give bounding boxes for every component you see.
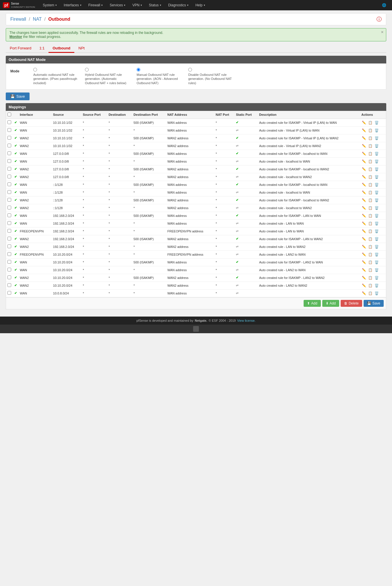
- copy-icon[interactable]: 📋: [368, 128, 373, 133]
- copy-icon[interactable]: 📋: [368, 159, 373, 164]
- row-checkbox[interactable]: [7, 268, 11, 271]
- copy-icon[interactable]: 📋: [368, 229, 373, 234]
- help-icon[interactable]: ⓘ: [377, 16, 382, 23]
- breadcrumb-nat[interactable]: NAT: [33, 17, 42, 22]
- copy-icon[interactable]: 📋: [368, 291, 373, 296]
- delete-icon[interactable]: 🗑️: [374, 291, 379, 296]
- edit-icon[interactable]: ✏️: [361, 221, 367, 226]
- delete-icon[interactable]: 🗑️: [374, 267, 379, 273]
- row-checkbox[interactable]: [7, 175, 11, 178]
- navbar-globe-icon[interactable]: 🌐: [379, 3, 389, 7]
- delete-icon[interactable]: 🗑️: [374, 260, 379, 265]
- mode-manual-radio[interactable]: [137, 68, 140, 72]
- copy-icon[interactable]: 📋: [368, 252, 373, 257]
- delete-icon[interactable]: 🗑️: [374, 128, 379, 133]
- select-all-checkbox[interactable]: [7, 113, 11, 116]
- copy-icon[interactable]: 📋: [368, 267, 373, 273]
- footer-license-link[interactable]: View license.: [237, 319, 255, 322]
- edit-icon[interactable]: ✏️: [361, 174, 367, 180]
- row-checkbox[interactable]: [7, 260, 11, 264]
- edit-icon[interactable]: ✏️: [361, 267, 367, 273]
- row-checkbox[interactable]: [7, 198, 11, 202]
- tab-1to1[interactable]: 1:1: [35, 44, 48, 52]
- brand[interactable]: pf SenseCOMMUNITY EDITION: [3, 2, 35, 9]
- delete-icon[interactable]: 🗑️: [374, 221, 379, 226]
- copy-icon[interactable]: 📋: [368, 213, 373, 218]
- copy-icon[interactable]: 📋: [368, 221, 373, 226]
- add-button-1[interactable]: ⬆ Add: [304, 300, 321, 307]
- nav-interfaces[interactable]: Interfaces ▾: [60, 0, 85, 10]
- row-checkbox[interactable]: [7, 275, 11, 279]
- delete-icon[interactable]: 🗑️: [374, 236, 379, 242]
- copy-icon[interactable]: 📋: [368, 283, 373, 288]
- copy-icon[interactable]: 📋: [368, 190, 373, 195]
- delete-icon[interactable]: 🗑️: [374, 213, 379, 218]
- edit-icon[interactable]: ✏️: [361, 213, 367, 218]
- delete-icon[interactable]: 🗑️: [374, 182, 379, 187]
- delete-icon[interactable]: 🗑️: [374, 275, 379, 280]
- delete-icon[interactable]: 🗑️: [374, 205, 379, 211]
- mode-disable-radio[interactable]: [188, 68, 192, 72]
- delete-icon[interactable]: 🗑️: [374, 174, 379, 180]
- edit-icon[interactable]: ✏️: [361, 236, 367, 242]
- edit-icon[interactable]: ✏️: [361, 136, 367, 141]
- edit-icon[interactable]: ✏️: [361, 190, 367, 195]
- edit-icon[interactable]: ✏️: [361, 198, 367, 203]
- delete-icon[interactable]: 🗑️: [374, 198, 379, 203]
- row-checkbox[interactable]: [7, 237, 11, 240]
- alert-link[interactable]: Monitor: [9, 35, 22, 39]
- delete-icon[interactable]: 🗑️: [374, 283, 379, 288]
- copy-icon[interactable]: 📋: [368, 205, 373, 211]
- row-checkbox[interactable]: [7, 244, 11, 248]
- mode-hybrid-radio[interactable]: [85, 68, 89, 72]
- row-checkbox[interactable]: [7, 159, 11, 163]
- edit-icon[interactable]: ✏️: [361, 159, 367, 164]
- breadcrumb-firewall[interactable]: Firewall: [10, 17, 26, 22]
- row-checkbox[interactable]: [7, 151, 11, 155]
- mode-hybrid[interactable]: Hybrid Outbound NAT rule generation. (Au…: [85, 68, 131, 85]
- mode-auto[interactable]: Automatic outbound NAT rule generation. …: [33, 68, 79, 85]
- delete-icon[interactable]: 🗑️: [374, 159, 379, 164]
- nav-status[interactable]: Status ▾: [145, 0, 165, 10]
- copy-icon[interactable]: 📋: [368, 136, 373, 141]
- nav-help[interactable]: Help ▾: [192, 0, 209, 10]
- save-button[interactable]: 💾 Save: [6, 92, 30, 100]
- tab-port-forward[interactable]: Port Forward: [6, 44, 35, 52]
- edit-icon[interactable]: ✏️: [361, 291, 367, 296]
- copy-icon[interactable]: 📋: [368, 198, 373, 203]
- nav-vpn[interactable]: VPN ▾: [129, 0, 145, 10]
- row-checkbox[interactable]: [7, 128, 11, 132]
- copy-icon[interactable]: 📋: [368, 260, 373, 265]
- row-checkbox[interactable]: [7, 291, 11, 295]
- delete-icon[interactable]: 🗑️: [374, 120, 379, 125]
- save-button-2[interactable]: 💾 Save: [364, 300, 384, 307]
- delete-icon[interactable]: 🗑️: [374, 136, 379, 141]
- nav-system[interactable]: System ▾: [39, 0, 60, 10]
- row-checkbox[interactable]: [7, 144, 11, 147]
- edit-icon[interactable]: ✏️: [361, 182, 367, 187]
- edit-icon[interactable]: ✏️: [361, 260, 367, 265]
- delete-button[interactable]: 🗑 Delete: [341, 300, 362, 307]
- row-checkbox[interactable]: [7, 252, 11, 256]
- row-checkbox[interactable]: [7, 229, 11, 233]
- delete-icon[interactable]: 🗑️: [374, 143, 379, 149]
- edit-icon[interactable]: ✏️: [361, 229, 367, 234]
- add-button-2[interactable]: ⬇ Add: [322, 300, 339, 307]
- row-checkbox[interactable]: [7, 120, 11, 124]
- alert-close-button[interactable]: ✕: [381, 30, 384, 34]
- row-checkbox[interactable]: [7, 213, 11, 217]
- edit-icon[interactable]: ✏️: [361, 120, 367, 125]
- mode-auto-radio[interactable]: [33, 68, 37, 72]
- tab-outbound[interactable]: Outbound: [48, 44, 74, 53]
- edit-icon[interactable]: ✏️: [361, 275, 367, 280]
- delete-icon[interactable]: 🗑️: [374, 229, 379, 234]
- delete-icon[interactable]: 🗑️: [374, 151, 379, 156]
- copy-icon[interactable]: 📋: [368, 236, 373, 242]
- edit-icon[interactable]: ✏️: [361, 167, 367, 172]
- delete-icon[interactable]: 🗑️: [374, 252, 379, 257]
- edit-icon[interactable]: ✏️: [361, 244, 367, 249]
- copy-icon[interactable]: 📋: [368, 143, 373, 149]
- copy-icon[interactable]: 📋: [368, 244, 373, 249]
- row-checkbox[interactable]: [7, 167, 11, 171]
- row-checkbox[interactable]: [7, 182, 11, 186]
